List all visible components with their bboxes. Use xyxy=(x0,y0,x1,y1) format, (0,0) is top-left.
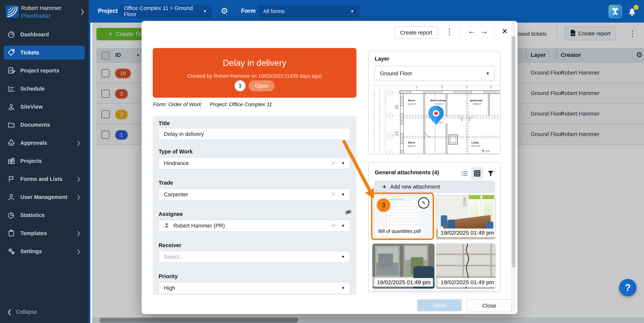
caret-down-icon: ▼ xyxy=(203,9,207,13)
type-of-work-select[interactable]: Hindrance ✕ ▼ xyxy=(158,157,350,169)
svg-text:1,50: 1,50 xyxy=(395,133,398,136)
connect-app-icon[interactable] xyxy=(608,5,622,18)
layer-label: Layer xyxy=(375,56,389,62)
caret-down-icon: ▼ xyxy=(341,286,345,290)
room-label: Büros xyxy=(408,141,415,144)
title-label: Title xyxy=(158,120,170,126)
sidebar-item-dashboard[interactable]: Dashboard xyxy=(4,27,85,41)
room-area: 197,72 m² xyxy=(471,145,480,147)
close-modal-x-icon[interactable]: ✕ xyxy=(502,27,508,35)
ticket-subtitle: Created by Robert Hammer on 10/03/2022 (… xyxy=(153,68,356,79)
grid-letter: A xyxy=(389,91,391,94)
eye-off-icon[interactable] xyxy=(344,208,352,217)
trade-label: Trade xyxy=(158,180,173,186)
close-button[interactable]: Close xyxy=(466,299,512,312)
notifications-bell-icon[interactable] xyxy=(626,6,638,18)
sidebar-item-approvals[interactable]: Approvals ❯ xyxy=(4,136,85,150)
priority-select[interactable]: High ▼ xyxy=(158,282,350,294)
gears-icon xyxy=(7,247,16,255)
assignee-label: Assignee xyxy=(158,211,183,217)
divider xyxy=(494,25,494,39)
receiver-label: Receiver xyxy=(158,242,181,249)
project-selector[interactable]: Office Complex 11 > Ground Floor ▼ xyxy=(119,5,212,18)
grid-letter: B xyxy=(389,114,391,117)
next-ticket-arrow-icon[interactable]: → xyxy=(480,26,488,35)
form-selector[interactable]: All forms ▼ xyxy=(258,5,359,18)
attachment-tile-photo[interactable]: 19/02/2025 01:49 pm xyxy=(436,243,496,289)
svg-text:01: 01 xyxy=(416,86,418,88)
sidebar-item-schedule[interactable]: Schedule xyxy=(4,82,85,96)
caret-down-icon: ▼ xyxy=(341,224,345,228)
caret-down-icon: ▼ xyxy=(341,192,345,197)
modal-scrollbar[interactable] xyxy=(511,23,516,312)
room-area: 32,35 m² xyxy=(408,145,416,147)
chevron-right-icon: ❯ xyxy=(76,140,80,146)
edit-pen-icon[interactable]: ✎ xyxy=(418,197,429,209)
priority-label: Priority xyxy=(158,273,178,280)
sidebar-item-settings[interactable]: Settings ❯ xyxy=(4,244,85,258)
flag-icon xyxy=(7,175,16,183)
sidebar-item-statistics[interactable]: Statistics xyxy=(4,208,85,222)
grid-letter: C xyxy=(389,135,390,137)
receiver-select[interactable]: Select... ▼ xyxy=(158,251,350,263)
clear-x-icon[interactable]: ✕ xyxy=(331,222,336,229)
trade-select[interactable]: Carpenter ✕ ▼ xyxy=(158,188,350,200)
title-input[interactable]: Delay in delivery xyxy=(158,128,350,140)
person-icon xyxy=(7,193,16,201)
grid-view-icon[interactable] xyxy=(471,167,483,180)
chevron-left-icon: ❮ xyxy=(7,309,12,315)
caret-down-icon: ▼ xyxy=(350,9,354,13)
floor-plan[interactable]: A B C D 0102 0304 xyxy=(368,85,500,154)
filter-funnel-icon[interactable] xyxy=(486,168,496,179)
buildings-icon xyxy=(7,157,16,165)
sidebar-item-siteview[interactable]: SiteView xyxy=(4,100,85,114)
kebab-menu-icon[interactable]: ⋮ xyxy=(446,27,453,36)
pie-chart-icon xyxy=(7,211,16,219)
attachment-label: Bill of quantities.pdf xyxy=(376,227,423,235)
ticket-pin xyxy=(428,106,444,125)
list-view-icon[interactable] xyxy=(459,168,470,179)
user-name: Robert Hammer xyxy=(21,5,61,11)
prev-ticket-arrow-icon[interactable]: ← xyxy=(468,26,476,35)
project-settings-gear-icon[interactable]: ⚙ xyxy=(221,6,228,16)
folder-icon xyxy=(7,121,16,129)
modal-create-report-button[interactable]: Create report xyxy=(394,26,438,39)
caret-down-icon: ▼ xyxy=(341,255,345,259)
layer-card: Layer Ground Floor ▼ xyxy=(368,51,500,85)
help-button[interactable]: ? xyxy=(619,279,636,296)
chevron-right-icon: ❯ xyxy=(76,230,80,236)
assignee-select[interactable]: Robert Hammer (PR) ✕ ▼ xyxy=(158,220,350,232)
sidebar-collapse[interactable]: ❮ Collapse xyxy=(7,309,37,315)
svg-text:2,00: 2,00 xyxy=(395,105,398,107)
svg-text:1,50: 1,50 xyxy=(395,107,398,109)
sidebar-item-documents[interactable]: Documents xyxy=(4,118,85,132)
svg-text:±0.00: ±0.00 xyxy=(485,150,490,152)
brand-name: PlanRadar xyxy=(21,12,51,19)
stamp-icon xyxy=(7,139,16,147)
form-label: Form xyxy=(241,7,256,14)
room-area: 90,46 m² xyxy=(473,103,481,105)
attachment-tile-selected[interactable]: ✎ 3 Bill of quantities.pdf xyxy=(371,193,434,240)
save-button[interactable]: Save xyxy=(417,299,462,311)
clear-x-icon[interactable]: ✕ xyxy=(331,160,336,167)
caret-down-icon: ▼ xyxy=(486,71,490,76)
sidebar-item-tickets[interactable]: Tickets xyxy=(4,45,85,59)
sidebar-item-user-management[interactable]: User Management ❯ xyxy=(4,190,85,204)
scrollbar-thumb[interactable] xyxy=(512,36,516,268)
ticket-form-panel xyxy=(153,116,356,295)
svg-text:2,00: 2,00 xyxy=(395,131,398,133)
attachment-tile-photo[interactable]: 19/02/2025 01:49 pm xyxy=(436,195,496,239)
grid-letter: D xyxy=(389,152,390,154)
attachment-tile-photo[interactable]: 19/02/2025 01:49 pm xyxy=(372,243,435,289)
clear-x-icon[interactable]: ✕ xyxy=(331,191,336,198)
sidebar-item-project-reports[interactable]: Project reports xyxy=(4,64,85,77)
dashboard-icon xyxy=(7,30,16,38)
sidebar-item-forms-and-lists[interactable]: Forms and Lists ❯ xyxy=(4,172,85,186)
sidebar-item-templates[interactable]: Templates ❯ xyxy=(4,226,85,240)
add-attachment-button[interactable]: + Add new attachment xyxy=(375,181,495,193)
layer-select[interactable]: Ground Floor ▼ xyxy=(375,66,495,81)
sidebar-expand-icon[interactable]: ❯ xyxy=(80,8,85,15)
status-badge: Open xyxy=(248,80,275,91)
sidebar-item-projects[interactable]: Projects xyxy=(4,154,85,168)
chevron-right-icon: ❯ xyxy=(76,249,80,254)
